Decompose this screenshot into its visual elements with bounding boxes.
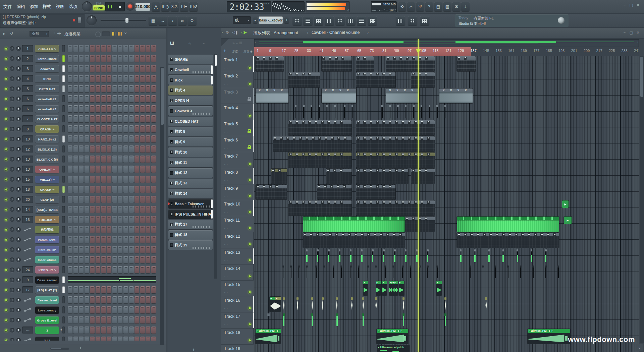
channel-button[interactable]: 3 #2	[35, 337, 59, 341]
mode-button-1[interactable]: Ш◷	[161, 2, 170, 11]
step-cell[interactable]	[107, 186, 111, 193]
step-cell[interactable]	[146, 306, 150, 313]
step-cell[interactable]	[146, 176, 150, 183]
pattern-item[interactable]: Kick	[168, 75, 213, 85]
main-volume-knob[interactable]	[82, 1, 92, 11]
pat-song-switch[interactable]: PAT SONG	[93, 1, 105, 12]
step-cell[interactable]	[118, 186, 122, 193]
rack-close-icon[interactable]: ✕	[124, 32, 127, 35]
step-cell[interactable]	[101, 135, 106, 142]
pattern-selector[interactable]: Bass -...keover	[259, 16, 283, 24]
step-cell[interactable]	[123, 266, 128, 273]
step-cell[interactable]	[107, 196, 111, 203]
step-cell[interactable]	[151, 316, 156, 324]
step-cell[interactable]	[79, 156, 84, 163]
channel-button[interactable]: 自动剪辑	[35, 226, 59, 233]
step-cell[interactable]	[123, 105, 128, 112]
step-cell[interactable]	[68, 236, 72, 243]
step-cell[interactable]	[112, 246, 117, 253]
step-cell[interactable]	[112, 145, 117, 153]
pattern-item[interactable]: 样式 4	[168, 85, 213, 95]
song-position-thumb[interactable]	[125, 18, 128, 23]
channel-volume-knob[interactable]	[16, 147, 21, 152]
step-cell[interactable]	[101, 85, 106, 92]
step-cell[interactable]	[140, 206, 145, 213]
step-cell[interactable]	[90, 196, 95, 203]
step-cell[interactable]	[85, 176, 89, 183]
pattern-clip[interactable]	[356, 136, 435, 152]
step-cell[interactable]	[129, 256, 134, 263]
flag-clip[interactable]: ▶	[562, 200, 569, 208]
channel-volume-knob[interactable]	[16, 247, 21, 252]
green-bar-clip[interactable]	[402, 313, 405, 327]
step-cell[interactable]	[146, 256, 150, 263]
stop-button[interactable]: ■	[115, 2, 125, 11]
track-header[interactable]: Track 4···	[221, 104, 253, 120]
channel-led[interactable]	[5, 77, 8, 80]
scroll-down-button[interactable]: ∨	[636, 344, 643, 351]
pattern-clip[interactable]	[356, 72, 395, 87]
note-spike-clip[interactable]	[507, 266, 509, 278]
channel-number[interactable]: 10	[22, 135, 33, 142]
channel-button[interactable]: ocowbell	[35, 65, 59, 72]
step-cell[interactable]	[135, 186, 139, 193]
step-cell[interactable]	[79, 105, 84, 112]
step-cell[interactable]	[140, 337, 145, 341]
step-cell[interactable]	[129, 306, 134, 313]
step-cell[interactable]	[107, 306, 111, 313]
note-spike-clip[interactable]	[402, 266, 404, 278]
channel-led[interactable]	[5, 188, 8, 191]
note-spike-clip[interactable]	[317, 249, 319, 262]
step-cell[interactable]	[135, 327, 139, 334]
channel-number[interactable]: 8	[22, 125, 33, 132]
step-cell[interactable]	[101, 156, 106, 163]
time-display[interactable]: 2:02:33 M:S:CS	[227, 1, 271, 12]
channel-volume-knob[interactable]	[16, 97, 21, 101]
note-spike-clip[interactable]	[427, 266, 429, 278]
audio-clip[interactable]: XXXX	[386, 89, 419, 104]
step-cell[interactable]	[85, 327, 89, 334]
step-cell[interactable]	[140, 145, 145, 153]
step-cell[interactable]	[90, 236, 95, 243]
step-cell[interactable]	[118, 65, 122, 72]
picker-tab-audio[interactable]: ∿	[188, 41, 191, 46]
track-led[interactable]	[248, 227, 251, 230]
step-cell[interactable]	[96, 145, 100, 153]
step-cell[interactable]	[90, 286, 95, 293]
step-cell[interactable]	[85, 216, 89, 223]
step-cell[interactable]	[79, 327, 84, 334]
step-cell[interactable]	[96, 216, 100, 223]
channel-volume-knob[interactable]	[16, 268, 21, 272]
step-cell[interactable]	[101, 236, 106, 243]
step-seq-toggle[interactable]	[314, 16, 323, 25]
step-cell[interactable]	[118, 105, 122, 112]
rack-swing-knob[interactable]	[95, 32, 101, 37]
step-cell[interactable]	[107, 156, 111, 163]
automation-clip[interactable]: ⌁ Ultrasoni..el pitch	[377, 345, 410, 352]
channel-pan-knob[interactable]	[10, 56, 14, 61]
playhead-line[interactable]	[418, 39, 419, 352]
step-cell[interactable]	[73, 135, 78, 142]
note-spike-clip[interactable]	[303, 105, 305, 118]
step-cell[interactable]	[123, 327, 128, 334]
step-cell[interactable]	[112, 266, 117, 273]
step-cell[interactable]	[151, 216, 156, 223]
add-channel-button[interactable]: +	[79, 345, 82, 351]
channel-pan-knob[interactable]	[10, 298, 14, 302]
step-cell[interactable]	[118, 296, 122, 303]
channel-led[interactable]	[5, 279, 8, 282]
note-spike-clip[interactable]	[545, 266, 547, 278]
step-cell[interactable]	[85, 316, 89, 324]
step-cell[interactable]	[146, 125, 150, 132]
playlist-scrollbar-thumb[interactable]	[640, 57, 643, 97]
track-led[interactable]	[248, 211, 251, 214]
step-cell[interactable]	[112, 236, 117, 243]
step-cell[interactable]	[90, 55, 95, 62]
step-cell[interactable]	[73, 45, 78, 52]
track-options-dots[interactable]: ···	[224, 163, 228, 166]
tick-clip[interactable]	[444, 297, 446, 311]
step-cell[interactable]	[107, 95, 111, 102]
named-audio-clip[interactable]: ⊦ Ultraso..PM - F ⊦	[528, 329, 570, 344]
channel-button[interactable]: Inser..olume	[35, 256, 59, 263]
step-cell[interactable]	[123, 246, 128, 253]
